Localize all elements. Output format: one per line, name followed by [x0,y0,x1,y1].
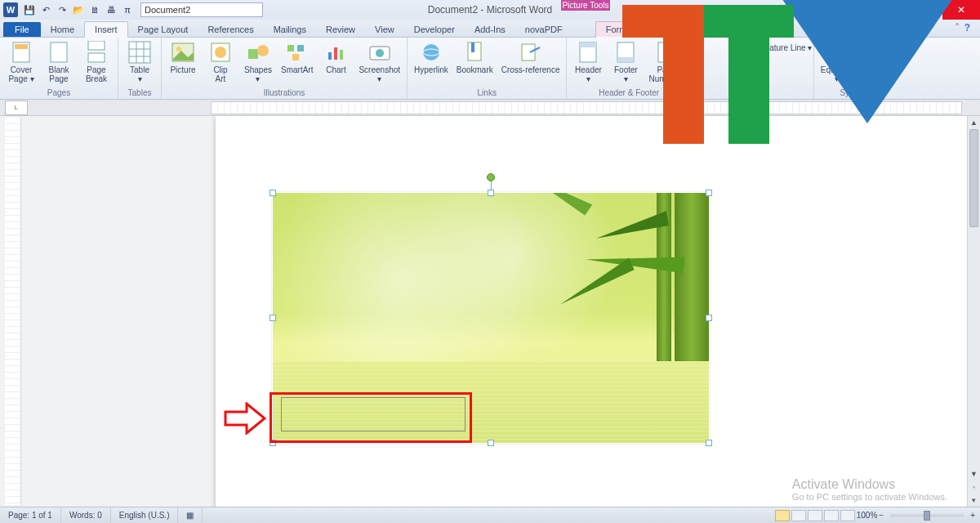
tab-home[interactable]: Home [41,22,84,37]
svg-rect-32 [617,57,634,62]
svg-rect-21 [340,50,343,60]
tab-format[interactable]: Format [595,21,645,38]
tab-developer[interactable]: Developer [404,22,465,37]
leaf-shape [532,193,593,215]
svg-rect-2 [51,42,67,62]
resize-handle-nw[interactable] [270,190,276,196]
svg-point-11 [176,47,181,51]
save-icon[interactable]: 💾 [23,3,36,16]
close-button[interactable]: ✕ [942,0,980,20]
status-macro-icon[interactable]: ▦ [178,507,203,523]
status-words[interactable]: Words: 0 [61,507,111,523]
status-page[interactable]: Page: 1 of 1 [0,507,61,523]
zoom-out-icon[interactable]: − [879,511,884,520]
document-area: ▲ ▼ ◦ ▾ [0,116,980,507]
view-print-layout[interactable] [775,510,790,521]
rotation-handle[interactable] [487,173,495,181]
blank-page-button[interactable]: Blank Page [42,39,75,85]
quick-access-toolbar: 💾 ↶ ↷ 📂 🗎 🖶 π Document2 [21,2,263,17]
browse-object-icon[interactable]: ◦ [968,481,980,494]
view-outline[interactable] [824,510,839,521]
vertical-ruler[interactable] [5,118,21,505]
redo-icon[interactable]: ↷ [56,3,69,16]
tab-file[interactable]: File [3,22,41,37]
shapes-button[interactable]: Shapes ▾ [242,39,274,85]
tab-view[interactable]: View [365,22,404,37]
svg-rect-4 [88,53,105,62]
scroll-thumb[interactable] [969,129,978,227]
picture-button[interactable]: Picture [167,39,199,85]
signature-line-button[interactable]: ✒Signature Line ▾ [737,41,813,54]
document-name-dropdown[interactable]: Document2 [140,2,263,17]
resize-handle-n[interactable] [488,190,494,196]
maximize-button[interactable]: ▭ [911,0,942,20]
group-pages: Cover Page ▾ Blank Page Page Break Pages [0,38,118,99]
resize-handle-e[interactable] [706,315,712,321]
scroll-track[interactable] [968,129,980,467]
scroll-down-icon[interactable]: ▼ [968,467,980,481]
tab-novapdf[interactable]: novaPDF [515,22,572,37]
tab-selector[interactable]: L [5,101,28,115]
svg-rect-5 [129,42,150,63]
resize-handle-se[interactable] [706,440,712,446]
screenshot-button[interactable]: Screenshot ▾ [357,39,402,85]
zoom-knob[interactable] [924,511,930,521]
group-symbols: πEquation ▾ ΩSymbol ▾ Symbols [814,38,897,99]
pi-icon[interactable]: π [121,3,134,16]
svg-rect-27 [471,42,474,52]
zoom-in-icon[interactable]: + [970,511,975,520]
pagenumber-button[interactable]: #Page Number ▾ [647,39,685,85]
view-draft[interactable] [840,510,855,521]
clipart-button[interactable]: Clip Art [204,39,237,85]
footer-button[interactable]: Footer ▾ [609,39,642,85]
page-break-button[interactable]: Page Break [80,39,113,85]
undo-icon[interactable]: ↶ [39,3,52,16]
print-icon[interactable]: 🖶 [105,3,118,16]
resize-handle-ne[interactable] [706,190,712,196]
tab-page-layout[interactable]: Page Layout [128,22,198,37]
view-web-layout[interactable] [808,510,822,521]
header-button[interactable]: Header ▾ [572,39,604,85]
tab-review[interactable]: Review [316,22,365,37]
inserted-picture[interactable] [273,193,709,443]
view-full-screen[interactable] [791,510,806,521]
bookmark-button[interactable]: Bookmark [455,39,495,76]
smartart-button[interactable]: SmartArt [279,39,314,85]
textbox-inside-picture[interactable] [281,397,466,431]
tab-insert[interactable]: Insert [84,21,128,38]
status-language[interactable]: English (U.S.) [111,507,179,523]
resize-handle-sw[interactable] [270,440,276,446]
group-label-tables: Tables [123,88,156,99]
vertical-scrollbar[interactable]: ▲ ▼ ◦ ▾ [967,116,980,507]
tab-references[interactable]: References [198,22,263,37]
symbol-button[interactable]: ΩSymbol ▾ [859,39,892,85]
resize-handle-s[interactable] [488,440,494,446]
status-zoom[interactable]: 100% [857,511,878,520]
horizontal-ruler[interactable] [211,101,962,114]
open-icon[interactable]: 📂 [72,3,85,16]
table-button[interactable]: Table ▾ [123,39,156,85]
resize-handle-w[interactable] [270,315,276,321]
hyperlink-button[interactable]: Hyperlink [412,39,450,76]
cover-page-button[interactable]: Cover Page ▾ [5,39,38,85]
page-scroll-area[interactable] [21,116,967,507]
zoom-slider[interactable] [890,514,964,517]
scroll-up-icon[interactable]: ▲ [968,116,980,129]
equation-button[interactable]: πEquation ▾ [819,39,854,85]
group-label-illustrations: Illustrations [167,88,402,99]
activate-windows-watermark: Activate Windows Go to PC settings to ac… [792,477,947,502]
tab-mailings[interactable]: Mailings [264,22,316,37]
group-tables: Table ▾ Tables [118,38,162,99]
chart-button[interactable]: Chart [319,39,352,85]
minimize-button[interactable]: — [880,0,911,20]
help-icon[interactable]: ? [964,22,970,34]
new-icon[interactable]: 🗎 [88,3,101,16]
tab-addins[interactable]: Add-Ins [465,22,515,37]
svg-rect-19 [328,52,332,60]
svg-rect-18 [292,54,299,60]
minimize-ribbon-icon[interactable]: ˄ [955,22,960,34]
next-page-icon[interactable]: ▾ [968,494,980,507]
ribbon-insert: Cover Page ▾ Blank Page Page Break Pages… [0,38,980,100]
ruler-row: L [0,100,980,116]
crossref-button[interactable]: Cross-reference [500,39,562,76]
